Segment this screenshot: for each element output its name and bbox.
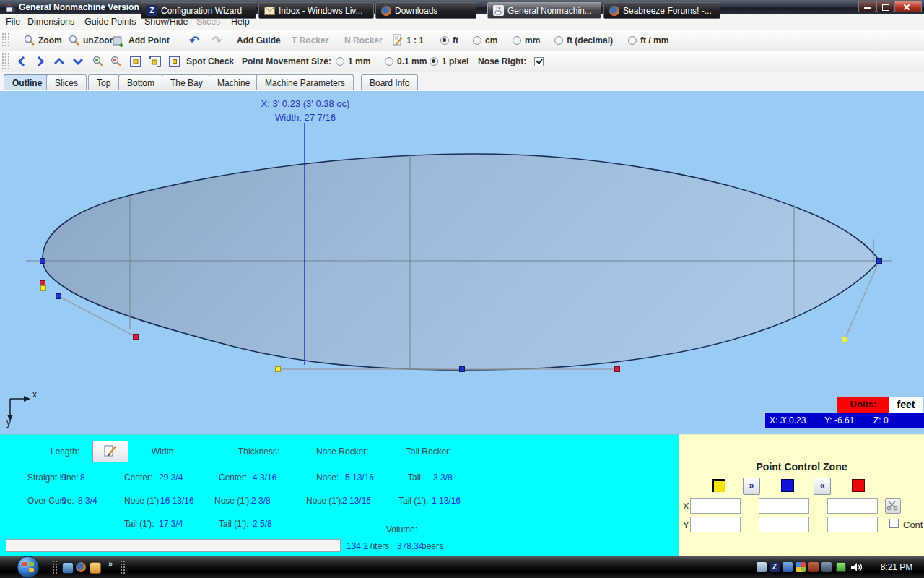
thickness-center-value[interactable]: 4 3/16 <box>253 473 276 483</box>
tail-value[interactable]: 3 3/8 <box>433 473 453 483</box>
unit-label-mm[interactable]: mm <box>525 35 540 46</box>
tab-slices[interactable]: Slices <box>46 74 87 90</box>
tray-msconfig-icon[interactable] <box>796 562 806 572</box>
pan-right-icon[interactable] <box>35 56 45 66</box>
width-center-value[interactable]: 29 3/4 <box>159 473 183 483</box>
movement-radio-1pixel[interactable] <box>430 57 438 66</box>
show-desktop-icon[interactable] <box>62 562 74 574</box>
tray-language-icon[interactable] <box>821 562 832 572</box>
thickness-tail1-value[interactable]: 2 5/8 <box>253 519 272 529</box>
add-guide-button[interactable]: Add Guide <box>237 35 281 46</box>
tab-machine[interactable]: Machine <box>209 74 258 90</box>
over-curve-in[interactable]: 8 3/4 <box>78 496 97 506</box>
quicklaunch-overflow-chevron[interactable]: » <box>108 559 113 568</box>
firefox-quicklaunch-icon[interactable] <box>76 562 86 572</box>
control-point-blue[interactable] <box>460 367 465 372</box>
unit-radio-ft-mm[interactable] <box>628 36 637 45</box>
over-curve-ft[interactable]: 9 <box>61 496 66 506</box>
blue-point-swatch[interactable] <box>781 479 794 492</box>
start-button[interactable] <box>16 556 40 578</box>
quicklaunch-grip[interactable] <box>52 560 58 574</box>
thickness-nose1-value[interactable]: 2 3/8 <box>251 496 271 506</box>
pcz-x-input-1[interactable] <box>690 498 741 514</box>
pan-left-icon[interactable] <box>17 56 27 66</box>
menu-file[interactable]: File <box>6 17 20 27</box>
zoom-out-icon[interactable] <box>110 56 122 67</box>
unit-label-ft-decimal[interactable]: ft (decimal) <box>567 35 613 46</box>
task-inbox-windows-live[interactable]: Inbox - Windows Liv... <box>258 2 374 19</box>
zoom-button[interactable]: Zoom <box>38 35 62 46</box>
tail-rocker-tail1-value[interactable]: 1 13/16 <box>432 496 461 506</box>
pan-up-icon[interactable] <box>54 56 64 66</box>
taskband-grip[interactable] <box>120 560 126 574</box>
task-downloads[interactable]: Downloads <box>375 2 476 19</box>
pan-down-icon[interactable] <box>73 56 83 66</box>
nose-rocker-nose1-value[interactable]: 2 13/16 <box>342 496 371 506</box>
cont-checkbox[interactable] <box>889 519 899 528</box>
tab-the-bay[interactable]: The Bay <box>162 74 212 90</box>
outline-canvas[interactable]: X: 3' 0.23 (3' 0.38 oc) Width: 27 7/16 x… <box>0 91 924 434</box>
yellow-point-swatch[interactable] <box>712 479 725 492</box>
unit-label-ft-mm[interactable]: ft / mm <box>640 35 668 46</box>
spot-check-button[interactable]: Spot Check <box>186 56 234 66</box>
tray-z-icon[interactable]: Z <box>770 562 780 572</box>
unit-radio-mm[interactable] <box>513 36 521 45</box>
fit-view-icon[interactable] <box>130 56 141 67</box>
width-tail1-value[interactable]: 17 3/4 <box>159 519 183 529</box>
pcz-x-input-2[interactable] <box>759 498 809 514</box>
straight-line-ft[interactable]: 9 <box>61 473 66 483</box>
control-point-yellow[interactable] <box>41 286 46 291</box>
control-point-red[interactable] <box>134 335 139 340</box>
control-point-yellow[interactable] <box>842 337 847 342</box>
red-point-swatch[interactable] <box>852 479 865 492</box>
movement-label-01mm[interactable]: 0.1 mm <box>397 56 427 66</box>
task-general-nonmachine[interactable]: General Nonmachin... <box>487 2 601 19</box>
undo-icon[interactable]: ↶ <box>189 33 199 48</box>
control-point-red[interactable] <box>40 281 45 286</box>
movement-label-1pixel[interactable]: 1 pixel <box>442 56 468 66</box>
menu-guide-points[interactable]: Guide Points <box>84 17 136 27</box>
tab-board-info[interactable]: Board Info <box>361 74 418 90</box>
zoom-region-icon[interactable] <box>149 56 161 67</box>
control-point-blue[interactable] <box>877 259 882 264</box>
tray-update-icon[interactable] <box>783 562 793 572</box>
tray-volume-icon[interactable] <box>850 562 862 572</box>
tab-outline[interactable]: Outline <box>4 74 51 90</box>
zoom-in-icon[interactable] <box>92 56 104 67</box>
close-button[interactable] <box>894 1 922 12</box>
task-configuration-wizard[interactable]: Z Configuration Wizard <box>141 2 256 19</box>
board-outline-shape[interactable] <box>43 154 879 370</box>
unit-radio-ft-decimal[interactable] <box>554 36 563 45</box>
tab-top[interactable]: Top <box>88 74 119 90</box>
cut-point-button[interactable] <box>885 498 901 514</box>
minimize-button[interactable] <box>858 1 876 12</box>
control-point-blue[interactable] <box>40 259 45 264</box>
add-point-button[interactable]: Add Point <box>128 35 170 46</box>
toolbar-grip-2[interactable] <box>1 53 9 70</box>
tab-bottom[interactable]: Bottom <box>118 74 163 90</box>
straight-line-in[interactable]: 8 <box>80 473 85 483</box>
pcz-y-input-3[interactable] <box>827 517 878 532</box>
pcz-x-input-3[interactable] <box>827 498 878 514</box>
pcz-y-input-1[interactable] <box>690 517 741 532</box>
movement-radio-01mm[interactable] <box>385 57 393 66</box>
unit-radio-ft[interactable] <box>440 36 449 45</box>
tray-audio-device-icon[interactable] <box>808 562 819 572</box>
unit-label-ft[interactable]: ft <box>453 35 458 46</box>
scale-ratio-label[interactable]: 1 : 1 <box>406 35 424 46</box>
next-point-button[interactable]: » <box>743 478 760 495</box>
center-view-icon[interactable] <box>169 56 180 67</box>
mail-quicklaunch-icon[interactable] <box>90 562 101 574</box>
control-point-red[interactable] <box>615 367 620 372</box>
control-point-yellow[interactable] <box>276 367 281 372</box>
movement-label-1mm[interactable]: 1 mm <box>348 56 370 66</box>
nose-right-checkbox[interactable] <box>534 57 544 66</box>
menu-dimensions[interactable]: Dimensions <box>27 17 74 27</box>
restore-button[interactable] <box>876 1 894 12</box>
toolbar-grip[interactable] <box>1 33 9 48</box>
prev-point-button[interactable]: « <box>814 478 831 495</box>
unit-radio-cm[interactable] <box>473 36 481 45</box>
nose-value[interactable]: 5 13/16 <box>345 473 374 483</box>
width-nose1-value[interactable]: 16 13/16 <box>160 496 194 506</box>
movement-radio-1mm[interactable] <box>336 57 344 66</box>
